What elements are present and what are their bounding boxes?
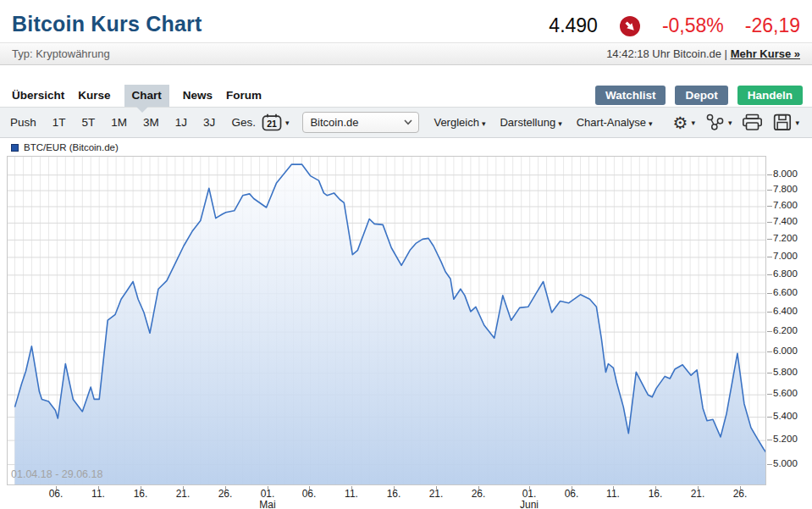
x-axis-label: 16.: [124, 488, 157, 500]
depot-button[interactable]: Depot: [675, 86, 727, 105]
x-axis-label: 21.: [166, 488, 200, 500]
price-chart-canvas[interactable]: [8, 157, 765, 484]
tab-chart[interactable]: Chart: [124, 85, 169, 107]
x-axis-label: 11.: [81, 488, 115, 500]
x-axis-month-label: Mai: [251, 499, 284, 509]
chevron-down-icon: ▾: [795, 119, 799, 127]
y-axis-tick: [767, 440, 772, 440]
chart-toolbar: Push 1T 5T 1M 3M 1J 3J Ges. 21 ▾ Bitcoin…: [0, 107, 812, 138]
trend-down-icon: [619, 15, 641, 37]
chevron-down-icon: ▾: [285, 119, 290, 127]
x-axis-tick: [268, 486, 268, 490]
y-axis-tick: [767, 464, 772, 465]
vergleich-menu[interactable]: Vergleich▾: [434, 116, 485, 129]
x-axis-tick: [436, 486, 437, 490]
range-5t[interactable]: 5T: [82, 116, 96, 129]
range-1t[interactable]: 1T: [52, 116, 66, 129]
y-axis-label: 5.800: [773, 367, 810, 377]
range-1j[interactable]: 1J: [175, 116, 187, 129]
bitcoin-chart-page: Bitcoin Kurs Chart 4.490 -0,58% -26,19 T…: [0, 0, 812, 509]
x-axis-label: 11.: [334, 488, 368, 500]
legend-swatch: [11, 144, 19, 152]
range-3m[interactable]: 3M: [143, 116, 159, 129]
tab-kurse[interactable]: Kurse: [78, 85, 110, 107]
chart-analyse-menu[interactable]: Chart-Analyse▾: [577, 116, 653, 129]
sub-header-bar: Typ: Kryptowährung 14:42:18 Uhr Bitcoin.…: [0, 42, 812, 65]
x-axis-label: 16.: [377, 488, 411, 500]
x-axis-label: 26.: [723, 488, 757, 500]
y-axis-tick: [767, 373, 772, 373]
handeln-button[interactable]: Handeln: [737, 86, 803, 105]
x-axis-tick: [394, 486, 395, 490]
chevron-down-icon: ▾: [558, 119, 562, 128]
x-axis-label: 16.: [638, 488, 672, 500]
x-axis-label: 06.: [555, 488, 588, 500]
x-axis-label: 01.: [251, 488, 284, 500]
x-axis-tick: [183, 486, 184, 490]
x-axis-month-label: Juni: [512, 499, 546, 509]
chevron-down-icon: ▾: [691, 119, 695, 127]
x-axis-tick: [740, 486, 741, 490]
x-axis-tick: [309, 486, 310, 490]
x-axis-tick: [572, 486, 572, 490]
price-chart[interactable]: 01.04.18 - 29.06.18: [7, 156, 766, 485]
settings-button[interactable]: ⚙ ▾: [670, 114, 697, 131]
x-axis-label: 26.: [461, 488, 495, 500]
range-push[interactable]: Push: [10, 116, 36, 129]
chevron-down-icon: ▾: [482, 119, 486, 128]
darstellung-menu[interactable]: Darstellung▾: [500, 116, 561, 129]
more-quotes-link[interactable]: Mehr Kurse »: [731, 47, 800, 60]
x-axis-tick: [698, 486, 699, 490]
svg-text:21: 21: [267, 119, 277, 129]
tab-forum[interactable]: Forum: [226, 85, 262, 107]
y-axis-label: 5.400: [773, 411, 810, 421]
x-axis-label: 06.: [39, 488, 73, 500]
instrument-type: Typ: Kryptowährung: [12, 43, 110, 64]
y-axis-label: 6.000: [773, 346, 810, 356]
y-axis-tick: [767, 206, 772, 207]
nav-row: Übersicht Kurse Chart News Forum Watchli…: [0, 84, 812, 107]
y-axis-tick: [767, 190, 772, 191]
save-button[interactable]: ▾: [771, 113, 802, 131]
exchange-select[interactable]: Bitcoin.de: [302, 112, 419, 133]
range-ges[interactable]: Ges.: [231, 116, 256, 129]
y-axis-label: 6.800: [773, 268, 810, 279]
range-1m[interactable]: 1M: [111, 116, 127, 129]
y-axis-label: 8.000: [773, 169, 810, 179]
current-price: 4.490: [549, 14, 598, 37]
x-axis-label: 01.: [512, 488, 546, 500]
x-axis-label: 11.: [596, 488, 630, 500]
y-axis-tick: [767, 239, 772, 240]
x-axis-label: 26.: [208, 488, 242, 500]
tab-news[interactable]: News: [183, 85, 213, 107]
print-button[interactable]: [739, 113, 765, 131]
date-picker-button[interactable]: 21 ▾: [262, 113, 290, 131]
y-axis-tick: [767, 174, 772, 175]
printer-icon: [742, 113, 763, 131]
x-axis-tick: [141, 486, 141, 490]
active-tab-notch: [135, 106, 149, 113]
y-axis-label: 7.200: [773, 233, 810, 243]
y-axis-label: 6.600: [773, 287, 810, 297]
calendar-icon: 21: [262, 113, 282, 131]
y-axis-tick: [767, 331, 772, 332]
x-axis-tick: [655, 486, 656, 490]
share-button[interactable]: ▾: [703, 113, 735, 131]
share-icon: [705, 113, 725, 131]
y-axis-tick: [767, 312, 772, 313]
y-axis-tick: [767, 274, 772, 275]
watchlist-button[interactable]: Watchlist: [595, 86, 666, 105]
y-axis-label: 6.200: [773, 325, 810, 335]
range-3j[interactable]: 3J: [203, 116, 215, 129]
tab-uebersicht[interactable]: Übersicht: [12, 85, 64, 107]
x-axis-tick: [478, 486, 479, 490]
y-axis-label: 5.000: [773, 458, 810, 468]
chevron-down-icon: ▾: [728, 119, 732, 127]
y-axis-label: 5.200: [773, 434, 810, 444]
y-axis-tick: [767, 394, 772, 395]
legend-label: BTC/EUR (Bitcoin.de): [24, 142, 119, 152]
y-axis-tick: [767, 293, 772, 294]
exchange-select-value: Bitcoin.de: [303, 116, 404, 129]
y-axis-label: 7.400: [773, 216, 810, 226]
x-axis-label: 21.: [681, 488, 715, 500]
